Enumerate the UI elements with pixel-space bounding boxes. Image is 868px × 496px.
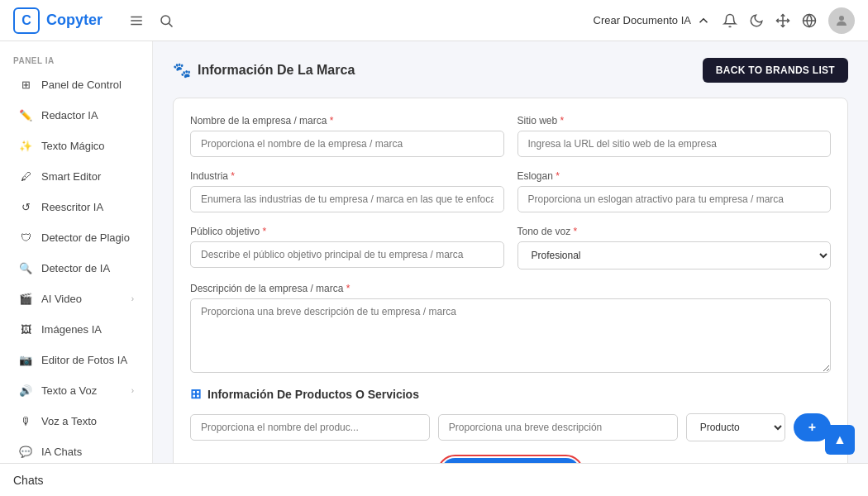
sidebar-item-ia-chats[interactable]: 💬 IA Chats (5, 436, 147, 463)
sidebar-label-reescritor-ia: Reescritor IA (41, 201, 103, 213)
tono-required: * (570, 226, 577, 237)
product-row: Producto Servicio + (190, 413, 831, 441)
form-card: Nombre de la empresa / marca * Sitio web… (173, 98, 848, 463)
sidebar-item-detector-ia[interactable]: 🔍 Detector de IA (5, 253, 147, 283)
form-row-3: Público objetivo * Tono de voz * Profesi… (190, 226, 831, 269)
search-icon[interactable] (159, 13, 174, 28)
sidebar-item-texto-voz[interactable]: 🔊 Texto a Voz › (5, 375, 147, 405)
main-content: 🐾 Información De La Marca BACK TO BRANDS… (153, 41, 868, 463)
sidebar-label-detector-plagio: Detector de Plagio (41, 231, 130, 244)
ai-video-arrow-icon: › (131, 294, 134, 303)
sidebar-item-texto-magico[interactable]: ✨ Texto Mágico (5, 131, 147, 160)
bottom-bar: Chats (0, 463, 868, 496)
slogan-input[interactable] (517, 186, 832, 212)
section-header: 🐾 Información De La Marca BACK TO BRANDS… (173, 58, 848, 83)
menu-icon[interactable] (129, 13, 144, 28)
products-subsection-title: ⊞ Información De Productos O Servicios (190, 386, 831, 402)
publico-input[interactable] (190, 241, 504, 268)
scroll-top-button[interactable]: ▲ (825, 425, 855, 455)
form-row-2: Industria * Eslogan * (190, 170, 831, 212)
industry-input[interactable] (190, 186, 504, 212)
tono-label: Tono de voz * (517, 226, 832, 237)
form-group-descripcion: Descripción de la empresa / marca * (190, 283, 831, 373)
sidebar-section-label: PANEL IA (0, 48, 152, 69)
svg-point-9 (839, 16, 844, 21)
sidebar-label-imagenes-ia: Imágenes IA (41, 323, 102, 336)
form-row-1: Nombre de la empresa / marca * Sitio web… (190, 115, 831, 157)
sidebar-label-voz-texto: Voz a Texto (41, 415, 97, 427)
layout: PANEL IA ⊞ Panel de Control ✏️ Redactor … (0, 41, 868, 463)
product-desc-input[interactable] (438, 414, 678, 441)
grid-icon: ⊞ (18, 77, 33, 92)
descripcion-required: * (343, 283, 350, 294)
sidebar-item-imagenes-ia[interactable]: 🖼 Imágenes IA (5, 314, 147, 344)
product-type-select[interactable]: Producto Servicio (686, 413, 785, 441)
brand-icon: C (13, 7, 40, 34)
bell-icon[interactable] (723, 13, 737, 28)
video-icon: 🎬 (18, 291, 33, 306)
chat-icon: 💬 (18, 444, 33, 459)
product-name-input[interactable] (190, 414, 430, 441)
rewrite-icon: ↺ (18, 199, 33, 214)
sidebar-item-smart-editor[interactable]: 🖊 Smart Editor (5, 161, 147, 191)
brand-logo[interactable]: C Copyter (13, 7, 112, 34)
brand-name: Copyter (46, 12, 103, 29)
sidebar-label-panel-control: Panel de Control (41, 79, 122, 91)
descripcion-label: Descripción de la empresa / marca * (190, 283, 831, 294)
section-title: 🐾 Información De La Marca (173, 61, 355, 79)
industry-label: Industria * (190, 170, 504, 182)
form-group-slogan: Eslogan * (517, 170, 832, 212)
sidebar-item-reescritor-ia[interactable]: ↺ Reescritor IA (5, 192, 147, 222)
shield-icon: 🛡 (18, 230, 33, 245)
form-group-industry: Industria * (190, 170, 504, 212)
chevron-up-icon (696, 13, 711, 28)
sidebar-item-ai-video[interactable]: 🎬 AI Video › (5, 284, 147, 313)
crear-doc-button[interactable]: Crear Documento IA (594, 13, 712, 28)
edit-icon: ✏️ (18, 107, 33, 122)
brand-section-icon: 🐾 (173, 61, 191, 79)
products-icon: ⊞ (190, 386, 201, 402)
industry-required: * (228, 170, 235, 182)
move-icon[interactable] (775, 13, 790, 28)
sidebar-item-detector-plagio[interactable]: 🛡 Detector de Plagio (5, 222, 147, 252)
company-name-label: Nombre de la empresa / marca * (190, 115, 504, 126)
descripcion-textarea[interactable] (190, 298, 831, 373)
sidebar-label-smart-editor: Smart Editor (41, 170, 101, 183)
sidebar-label-ia-chats: IA Chats (41, 446, 82, 458)
back-to-brands-button[interactable]: BACK TO BRANDS LIST (703, 58, 848, 83)
sidebar-label-detector-ia: Detector de IA (41, 262, 110, 274)
magic-icon: ✨ (18, 138, 33, 153)
photo-editor-icon: 📷 (18, 352, 33, 367)
moon-icon[interactable] (749, 13, 764, 28)
globe-icon[interactable] (802, 13, 817, 28)
image-icon: 🖼 (18, 322, 33, 336)
tono-select[interactable]: Profesional Casual Formal Amigable (517, 241, 832, 269)
pencil-icon: 🖊 (18, 169, 33, 184)
topnav-right: Crear Documento IA (594, 7, 856, 34)
form-row-4: Descripción de la empresa / marca * (190, 283, 831, 373)
sidebar-item-editor-fotos[interactable]: 📷 Editor de Fotos IA (5, 345, 147, 374)
company-name-required: * (327, 115, 333, 126)
sidebar-item-redactor-ia[interactable]: ✏️ Redactor IA (5, 100, 147, 130)
topnav-icons (129, 13, 174, 28)
sidebar-label-texto-voz: Texto a Voz (41, 384, 97, 397)
microphone-icon: 🎙 (18, 413, 33, 428)
products-title-text: Información De Productos O Servicios (207, 388, 419, 401)
publico-label: Público objetivo * (190, 226, 504, 237)
detector-icon: 🔍 (18, 260, 33, 275)
website-required: * (557, 115, 564, 126)
sidebar-label-editor-fotos: Editor de Fotos IA (41, 354, 127, 366)
sidebar-item-voz-texto[interactable]: 🎙 Voz a Texto (5, 406, 147, 436)
texto-voz-arrow-icon: › (131, 386, 134, 395)
company-name-input[interactable] (190, 131, 504, 157)
form-group-publico: Público objetivo * (190, 226, 504, 269)
form-group-tono: Tono de voz * Profesional Casual Formal … (517, 226, 832, 269)
publico-required: * (260, 226, 266, 237)
sidebar-label-ai-video: AI Video (41, 293, 82, 305)
website-input[interactable] (517, 131, 832, 157)
avatar[interactable] (828, 7, 855, 34)
sidebar-item-panel-control[interactable]: ⊞ Panel de Control (5, 69, 147, 99)
sidebar-label-texto-magico: Texto Mágico (41, 140, 105, 152)
form-group-website: Sitio web * (517, 115, 832, 157)
sidebar-label-redactor-ia: Redactor IA (41, 109, 98, 122)
